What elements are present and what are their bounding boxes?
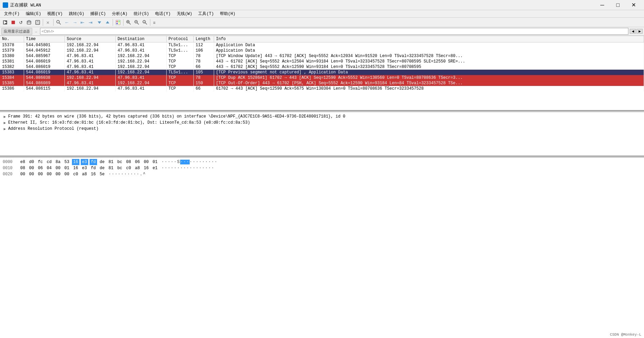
hex-byte[interactable]: 00 <box>54 171 62 177</box>
hex-byte[interactable]: 08 <box>125 159 132 165</box>
menu-phone[interactable]: 电话(Y) <box>152 10 173 17</box>
hex-byte[interactable]: bc <box>116 165 124 171</box>
open-file-button[interactable] <box>26 19 33 26</box>
hex-byte[interactable]: 01 <box>151 159 159 165</box>
hex-byte[interactable]: e8 <box>19 159 26 165</box>
hex-byte[interactable]: 00 <box>63 171 71 177</box>
table-row[interactable]: 15378544.045801192.168.22.9447.96.83.41T… <box>0 42 644 48</box>
go-back-button[interactable]: ← <box>63 19 71 26</box>
hex-byte[interactable]: 00 <box>45 171 53 177</box>
hex-byte[interactable]: e3 <box>81 165 88 171</box>
zoom-reset-button[interactable]: 1 <box>141 19 149 26</box>
hex-byte[interactable]: 00 <box>28 165 35 171</box>
menu-stats[interactable]: 统计(S) <box>131 10 152 17</box>
hex-byte[interactable]: 53 <box>63 159 71 165</box>
hex-byte[interactable]: cd <box>45 159 53 165</box>
find-packet-button[interactable] <box>55 19 62 26</box>
hex-byte[interactable]: 00 <box>19 171 26 177</box>
stop-capture-button[interactable] <box>10 19 17 26</box>
hex-byte[interactable]: de <box>98 159 106 165</box>
col-header-length[interactable]: Length <box>193 36 214 42</box>
table-row[interactable]: 15385544.08608947.96.83.41192.168.22.94T… <box>0 81 644 86</box>
hex-byte[interactable]: 08 <box>19 165 26 171</box>
hex-byte[interactable]: c0 <box>72 171 79 177</box>
hex-byte[interactable]: 16 <box>72 159 79 165</box>
menu-tools[interactable]: 工具(T) <box>195 10 216 17</box>
menu-jump[interactable]: 跳转(G) <box>66 10 87 17</box>
col-header-time[interactable]: Time <box>24 36 64 42</box>
expand-icon[interactable]: ▶ <box>3 114 7 119</box>
expand-icon[interactable]: ▶ <box>3 121 7 125</box>
hex-byte[interactable]: d0 <box>28 159 35 165</box>
col-header-no[interactable]: No. <box>0 36 24 42</box>
hex-byte[interactable]: bc <box>116 159 124 165</box>
hex-byte[interactable]: 06 <box>37 165 44 171</box>
table-row[interactable]: 15383544.08601947.96.83.41192.168.22.94T… <box>0 70 644 75</box>
detail-row[interactable]: ▶Frame 391: 42 bytes on wire (336 bits),… <box>0 113 644 120</box>
filter-scroll-down[interactable]: ▶ <box>637 29 643 34</box>
scroll-down-button[interactable] <box>96 19 103 26</box>
table-row[interactable]: 15384544.086038192.168.22.9447.96.83.41T… <box>0 75 644 81</box>
hex-byte[interactable]: 06 <box>134 159 141 165</box>
detail-row[interactable]: ▶Ethernet II, Src: 16:e3:fd:de:81:bc (16… <box>0 120 644 126</box>
hex-byte[interactable]: 16 <box>72 165 79 171</box>
save-file-button[interactable] <box>34 19 41 26</box>
scroll-up-button[interactable] <box>104 19 111 26</box>
close-file-button[interactable]: ✕ <box>44 19 52 26</box>
restart-capture-button[interactable]: ↺ <box>18 19 25 26</box>
hex-byte[interactable]: 04 <box>45 165 53 171</box>
hex-byte[interactable]: e1 <box>151 165 159 171</box>
hex-byte[interactable]: 81 <box>107 159 115 165</box>
col-header-info[interactable]: Info <box>214 36 644 42</box>
hex-byte[interactable]: 5e <box>98 171 106 177</box>
menu-edit[interactable]: 编辑(E) <box>23 10 44 17</box>
table-row[interactable]: 15386544.086115192.168.22.9447.96.83.41T… <box>0 86 644 91</box>
hex-byte[interactable]: 00 <box>143 159 150 165</box>
start-capture-button[interactable] <box>1 19 9 26</box>
hex-byte[interactable]: a8 <box>134 165 141 171</box>
zoom-out-button[interactable] <box>133 19 140 26</box>
col-header-source[interactable]: Source <box>64 36 115 42</box>
hex-byte[interactable]: 8a <box>54 159 62 165</box>
table-row[interactable]: 15381544.08601947.96.83.41192.168.22.94T… <box>0 59 644 64</box>
maximize-button[interactable]: □ <box>610 0 626 10</box>
hex-byte[interactable]: 00 <box>54 165 62 171</box>
menu-wireless[interactable]: 无线(W) <box>174 10 195 17</box>
hex-byte[interactable]: 16 <box>143 165 150 171</box>
hex-byte[interactable]: 01 <box>63 165 71 171</box>
menu-file[interactable]: 文件(F) <box>1 10 22 17</box>
hex-byte[interactable]: fc <box>37 159 44 165</box>
hex-byte[interactable]: de <box>98 165 106 171</box>
zoom-in-button[interactable] <box>125 19 132 26</box>
hex-byte[interactable]: fd <box>90 159 97 165</box>
table-row[interactable]: 15379544.045912192.168.22.9447.96.83.41T… <box>0 48 644 53</box>
hex-byte[interactable]: 00 <box>28 171 35 177</box>
expand-icon[interactable]: ▶ <box>3 127 7 131</box>
hex-offset: 0010 <box>3 165 16 171</box>
table-row[interactable]: 15380544.08596747.96.83.41192.168.22.94T… <box>0 53 644 59</box>
hex-byte[interactable]: c0 <box>125 165 132 171</box>
go-forward-button[interactable]: → <box>71 19 79 26</box>
hex-byte[interactable]: 16 <box>90 171 97 177</box>
hex-byte[interactable]: fd <box>90 165 97 171</box>
col-header-protocol[interactable]: Protocol <box>166 36 193 42</box>
filter-scroll-up[interactable]: ◀ <box>630 29 636 34</box>
colorize-button[interactable] <box>114 19 122 26</box>
hex-byte[interactable]: a8 <box>81 171 88 177</box>
menu-view[interactable]: 视图(V) <box>44 10 65 17</box>
menu-help[interactable]: 帮助(H) <box>217 10 238 17</box>
close-button[interactable]: ✕ <box>626 0 641 10</box>
hex-byte[interactable]: e3 <box>81 159 88 165</box>
minimize-button[interactable]: ─ <box>594 0 610 10</box>
hex-byte[interactable]: 00 <box>37 171 44 177</box>
settings-button[interactable]: ≡ <box>152 19 159 26</box>
table-row[interactable]: 15382544.08601947.96.83.41192.168.22.94T… <box>0 64 644 70</box>
menu-capture[interactable]: 捕获(C) <box>88 10 109 17</box>
menu-analyze[interactable]: 分析(A) <box>109 10 130 17</box>
col-header-destination[interactable]: Destination <box>115 36 166 42</box>
go-first-button[interactable]: ⇤ <box>79 19 87 26</box>
hex-byte[interactable]: 81 <box>107 165 115 171</box>
filter-input[interactable] <box>40 28 628 35</box>
detail-row[interactable]: ▶Address Resolution Protocol (request) <box>0 126 644 132</box>
go-last-button[interactable]: ⇥ <box>88 19 95 26</box>
